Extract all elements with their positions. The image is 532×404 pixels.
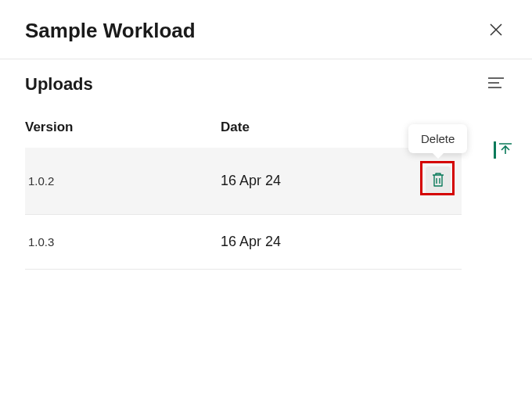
section-title: Uploads [25, 74, 93, 95]
sort-bar-icon [494, 141, 496, 159]
menu-button[interactable] [485, 73, 507, 95]
cell-version: 1.0.2 [25, 174, 221, 188]
cell-date: 16 Apr 24 [221, 173, 415, 189]
header: Sample Workload [0, 0, 532, 59]
cell-action: Delete [415, 166, 462, 195]
menu-icon [488, 80, 504, 91]
uploads-table: Version Date 1.0.2 16 Apr 24 Delete 1.0.… [0, 102, 532, 270]
table-row[interactable]: 1.0.3 16 Apr 24 [25, 215, 462, 270]
table-row[interactable]: 1.0.2 16 Apr 24 Delete [25, 148, 462, 215]
sort-indicator[interactable] [494, 141, 513, 159]
section-header: Uploads [0, 59, 532, 102]
column-header-version[interactable]: Version [25, 120, 221, 135]
delete-button[interactable] [426, 166, 451, 195]
page-title: Sample Workload [25, 19, 196, 43]
cell-date: 16 Apr 24 [221, 234, 415, 250]
close-icon [488, 28, 504, 40]
table-header-row: Version Date [25, 102, 462, 148]
trash-icon [431, 172, 445, 190]
sort-arrow-icon [498, 141, 513, 159]
close-button[interactable] [485, 19, 507, 43]
cell-version: 1.0.3 [25, 235, 221, 248]
delete-tooltip: Delete [408, 124, 467, 153]
column-header-date[interactable]: Date [221, 120, 415, 135]
